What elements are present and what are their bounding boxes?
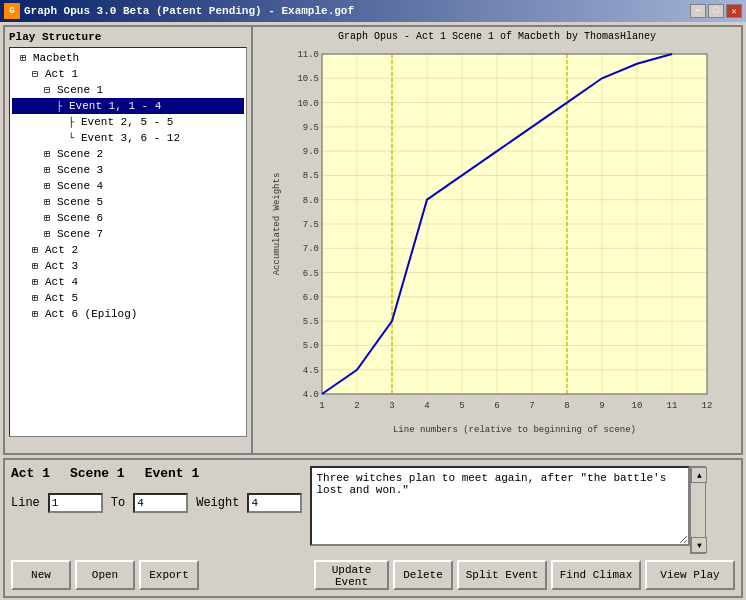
tree-item-label-act6: Act 6 (Epilog)	[45, 308, 137, 320]
event-text-section: ▲ ▼	[310, 466, 706, 554]
maximize-button[interactable]: □	[708, 4, 724, 18]
tree-item-icon-scene7: ⊞	[40, 227, 54, 241]
svg-text:10.5: 10.5	[297, 74, 319, 84]
tree-item-event3[interactable]: └Event 3, 6 - 12	[12, 130, 244, 146]
tree-item-act2[interactable]: ⊞Act 2	[12, 242, 244, 258]
tree-item-event1[interactable]: ├Event 1, 1 - 4	[12, 98, 244, 114]
svg-text:9.0: 9.0	[303, 147, 319, 157]
update-event-button[interactable]: UpdateEvent	[314, 560, 389, 590]
scroll-up-button[interactable]: ▲	[691, 467, 707, 483]
act-label: Act 1	[11, 466, 50, 481]
tree-item-label-scene1: Scene 1	[57, 84, 103, 96]
tree-item-label-macbeth: Macbeth	[33, 52, 79, 64]
svg-text:8: 8	[564, 401, 569, 411]
to-input[interactable]	[133, 493, 188, 513]
svg-text:9.5: 9.5	[303, 123, 319, 133]
app-icon: G	[4, 3, 20, 19]
svg-text:9: 9	[599, 401, 604, 411]
tree-item-icon-event2: ├	[64, 115, 78, 129]
new-button[interactable]: New	[11, 560, 71, 590]
tree-item-scene4[interactable]: ⊞Scene 4	[12, 178, 244, 194]
svg-text:3: 3	[389, 401, 394, 411]
tree-item-scene2[interactable]: ⊞Scene 2	[12, 146, 244, 162]
tree-item-scene1[interactable]: ⊟Scene 1	[12, 82, 244, 98]
tree-item-label-event2: Event 2, 5 - 5	[81, 116, 173, 128]
tree-item-icon-act1: ⊟	[28, 67, 42, 81]
tree-item-act6[interactable]: ⊞Act 6 (Epilog)	[12, 306, 244, 322]
tree-item-label-scene4: Scene 4	[57, 180, 103, 192]
svg-text:4: 4	[424, 401, 429, 411]
tree-item-act1[interactable]: ⊟Act 1	[12, 66, 244, 82]
tree-item-act4[interactable]: ⊞Act 4	[12, 274, 244, 290]
scene-label: Scene 1	[70, 466, 125, 481]
close-button[interactable]: ✕	[726, 4, 742, 18]
tree-item-icon-scene5: ⊞	[40, 195, 54, 209]
tree-item-label-scene5: Scene 5	[57, 196, 103, 208]
svg-text:6.0: 6.0	[303, 293, 319, 303]
tree-item-label-act3: Act 3	[45, 260, 78, 272]
svg-text:10.0: 10.0	[297, 99, 319, 109]
svg-text:4.0: 4.0	[303, 390, 319, 400]
export-button[interactable]: Export	[139, 560, 199, 590]
delete-button[interactable]: Delete	[393, 560, 453, 590]
scroll-track	[691, 483, 705, 537]
text-scrollbar[interactable]: ▲ ▼	[690, 466, 706, 554]
svg-text:5.5: 5.5	[303, 317, 319, 327]
line-input[interactable]	[48, 493, 103, 513]
line-row: Line To Weight	[11, 493, 302, 513]
tree-item-event2[interactable]: ├Event 2, 5 - 5	[12, 114, 244, 130]
bottom-panel: Act 1 Scene 1 Event 1 Line To Weight ▲	[3, 458, 743, 598]
to-label: To	[111, 496, 125, 510]
tree-item-scene5[interactable]: ⊞Scene 5	[12, 194, 244, 210]
scroll-down-button[interactable]: ▼	[691, 537, 707, 553]
tree-item-macbeth[interactable]: ⊞Macbeth	[12, 50, 244, 66]
window-title: Graph Opus 3.0 Beta (Patent Pending) - E…	[24, 5, 354, 17]
tree-item-icon-event1: ├	[52, 99, 66, 113]
open-button[interactable]: Open	[75, 560, 135, 590]
tree-item-label-act2: Act 2	[45, 244, 78, 256]
panel-title: Play Structure	[9, 31, 247, 43]
info-row: Act 1 Scene 1 Event 1	[11, 466, 302, 481]
split-event-button[interactable]: Split Event	[457, 560, 547, 590]
tree-item-scene6[interactable]: ⊞Scene 6	[12, 210, 244, 226]
event-text-area[interactable]	[310, 466, 690, 546]
tree-item-scene3[interactable]: ⊞Scene 3	[12, 162, 244, 178]
weight-label: Weight	[196, 496, 239, 510]
tree-item-act3[interactable]: ⊞Act 3	[12, 258, 244, 274]
tree-item-label-scene2: Scene 2	[57, 148, 103, 160]
tree-item-label-event3: Event 3, 6 - 12	[81, 132, 180, 144]
weight-input[interactable]	[247, 493, 302, 513]
tree-item-label-act4: Act 4	[45, 276, 78, 288]
svg-text:6.5: 6.5	[303, 269, 319, 279]
find-climax-button[interactable]: Find Climax	[551, 560, 641, 590]
window-controls: − □ ✕	[690, 4, 742, 18]
tree-item-act5[interactable]: ⊞Act 5	[12, 290, 244, 306]
svg-text:11: 11	[667, 401, 678, 411]
svg-text:1: 1	[319, 401, 324, 411]
main-container: Play Structure ⊞Macbeth⊟Act 1⊟Scene 1├Ev…	[0, 22, 746, 600]
svg-text:11.0: 11.0	[297, 50, 319, 60]
svg-text:8.5: 8.5	[303, 171, 319, 181]
chart-title: Graph Opus - Act 1 Scene 1 of Macbeth by…	[257, 31, 737, 42]
tree-container[interactable]: ⊞Macbeth⊟Act 1⊟Scene 1├Event 1, 1 - 4├Ev…	[9, 47, 247, 437]
top-section: Play Structure ⊞Macbeth⊟Act 1⊟Scene 1├Ev…	[3, 25, 743, 455]
svg-text:4.5: 4.5	[303, 366, 319, 376]
tree-item-icon-act2: ⊞	[28, 243, 42, 257]
tree-item-icon-event3: └	[64, 131, 78, 145]
line-label: Line	[11, 496, 40, 510]
tree-item-icon-macbeth: ⊞	[16, 51, 30, 65]
tree-item-icon-scene4: ⊞	[40, 179, 54, 193]
svg-text:12: 12	[702, 401, 713, 411]
tree-item-label-act5: Act 5	[45, 292, 78, 304]
view-play-button[interactable]: View Play	[645, 560, 735, 590]
svg-text:Accumulated Weights: Accumulated Weights	[272, 173, 282, 276]
svg-text:10: 10	[632, 401, 643, 411]
svg-text:7.5: 7.5	[303, 220, 319, 230]
minimize-button[interactable]: −	[690, 4, 706, 18]
tree-item-icon-act4: ⊞	[28, 275, 42, 289]
tree-item-scene7[interactable]: ⊞Scene 7	[12, 226, 244, 242]
tree-item-icon-act6: ⊞	[28, 307, 42, 321]
tree-item-label-act1: Act 1	[45, 68, 78, 80]
tree-item-icon-scene2: ⊞	[40, 147, 54, 161]
svg-text:6: 6	[494, 401, 499, 411]
